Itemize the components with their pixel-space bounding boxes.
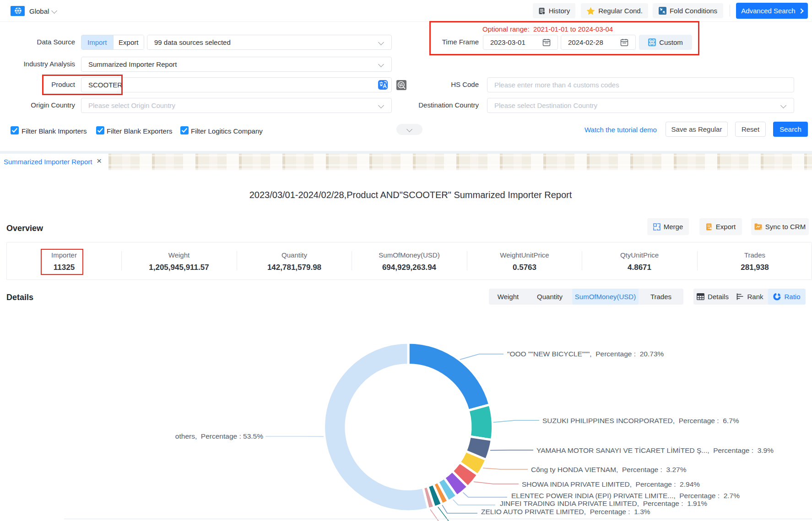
svg-text:SUZUKI PHILIPPINES INCORPORATE: SUZUKI PHILIPPINES INCORPORATED, Percent… xyxy=(542,417,739,424)
svg-text:YAMAHA MOTOR SANAYI VE TİCARET: YAMAHA MOTOR SANAYI VE TİCARET LİMİTED Ş… xyxy=(536,446,774,454)
svg-text:others, Percentage : 53.5%: others, Percentage : 53.5% xyxy=(175,432,263,440)
svg-text:Công ty HONDA VIETNAM, Perce: Công ty HONDA VIETNAM, Percentage : 3.27… xyxy=(531,466,687,473)
svg-text:"OOO ""NEW BICYCLE""", Perce: "OOO ""NEW BICYCLE""", Percentage : 20.7… xyxy=(507,350,664,358)
svg-text:ELENTEC POWER INDIA (EPI) PRIV: ELENTEC POWER INDIA (EPI) PRIVATE LIMITE… xyxy=(511,492,740,500)
svg-text:SHOWA INDIA PRIVATE LIMITED,: SHOWA INDIA PRIVATE LIMITED, Percentage … xyxy=(522,480,700,488)
svg-text:JINFEI TRADING INDIA PRIVATE L: JINFEI TRADING INDIA PRIVATE LIMITED, Pe… xyxy=(500,500,707,507)
svg-text:ZELIO AUTO PRIVATE LIMITED,: ZELIO AUTO PRIVATE LIMITED, Percentage :… xyxy=(481,508,650,516)
